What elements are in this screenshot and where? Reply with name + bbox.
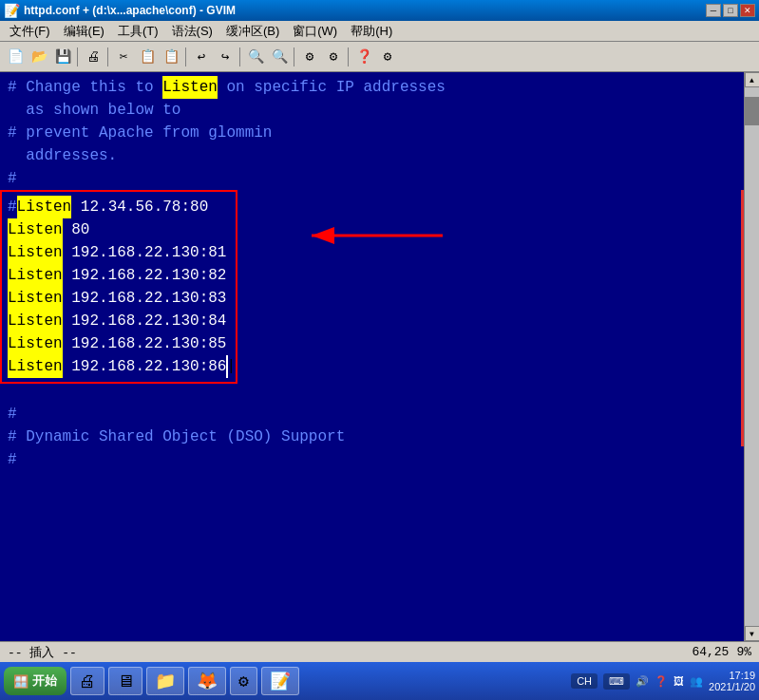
separator-3 <box>185 47 187 66</box>
taskbar-tray: CH ⌨ 🔊 ❓ 🖼 👥 17:19 2021/1/20 <box>571 670 755 692</box>
editor-mode: -- 插入 -- <box>8 644 684 661</box>
windows-icon: 🪟 <box>13 674 28 689</box>
menu-file[interactable]: 文件(F) <box>4 21 56 42</box>
app-icon: 📝 <box>4 3 20 18</box>
terminal-icon: 🖥 <box>117 672 134 691</box>
menu-window[interactable]: 窗口(W) <box>287 21 343 42</box>
keyboard-icon: ⌨ <box>603 673 630 690</box>
menu-help[interactable]: 帮助(H) <box>345 21 398 42</box>
code-line-hash-2: # <box>8 448 736 471</box>
language-indicator[interactable]: CH <box>571 673 598 689</box>
cursor-position: 64,25 <box>692 645 729 659</box>
undo-button[interactable]: ↩ <box>190 46 213 68</box>
cut-button[interactable]: ✂ <box>112 46 135 68</box>
replace-button[interactable]: 🔍 <box>268 46 291 68</box>
clock-time: 17:19 <box>709 670 755 681</box>
tray-icon-2: ❓ <box>655 675 668 688</box>
find-button[interactable]: 🔍 <box>244 46 267 68</box>
code-line-3: # prevent Apache from glommin <box>8 122 736 144</box>
code-line-listen-83: Listen 192.168.22.130:83 <box>8 287 228 310</box>
menu-edit[interactable]: 编辑(E) <box>58 21 110 42</box>
code-line-5: # <box>8 167 736 190</box>
redo-button[interactable]: ↪ <box>214 46 237 68</box>
minimize-button[interactable]: ─ <box>706 4 721 17</box>
scroll-thumb[interactable] <box>745 97 759 125</box>
code-line-listen-85: Listen 192.168.22.130:85 <box>8 332 228 355</box>
vertical-scrollbar[interactable]: ▲ ▼ <box>744 72 759 641</box>
folder-icon: 📁 <box>155 671 176 691</box>
listen-word: Listen <box>17 196 72 218</box>
menu-buffer[interactable]: 缓冲区(B) <box>220 21 285 42</box>
settings2-button[interactable]: ⚙ <box>322 46 345 68</box>
taskbar-item-firefox[interactable]: 🦊 <box>188 667 226 695</box>
annotation-box: 找到Listen，在下面追加 <box>741 190 744 446</box>
tray-icon-1: 🔊 <box>636 675 649 688</box>
separator-5 <box>294 47 295 66</box>
xampp-icon: ⚙ <box>238 671 249 691</box>
save-button[interactable]: 💾 <box>51 46 74 68</box>
menu-syntax[interactable]: 语法(S) <box>166 21 218 42</box>
code-content[interactable]: # Change this to Listen on specific IP a… <box>0 72 744 475</box>
window-title: httpd.conf + (d:\x...apache\conf) - GVIM <box>24 4 236 17</box>
code-line-4: addresses. <box>8 144 736 167</box>
code-line-commented-listen: #Listen 12.34.56.78:80 <box>8 196 228 218</box>
code-line-listen-84: Listen 192.168.22.130:84 <box>8 310 228 332</box>
close-button[interactable]: ✕ <box>740 4 755 17</box>
scroll-track[interactable] <box>745 87 759 626</box>
arrow-annotation <box>302 217 445 264</box>
listen-label: Listen <box>8 218 63 241</box>
start-button[interactable]: 🪟 开始 <box>4 667 66 695</box>
code-line-hash-1: # <box>8 403 736 426</box>
listen-highlight: Listen <box>162 76 218 99</box>
start-label: 开始 <box>32 672 57 690</box>
scroll-down-button[interactable]: ▼ <box>745 626 760 641</box>
separator-2 <box>107 47 109 66</box>
code-line-dso: # Dynamic Shared Object (DSO) Support <box>8 426 736 448</box>
taskbar: 🪟 开始 🖨 🖥 📁 🦊 ⚙ 📝 CH ⌨ 🔊 ❓ 🖼 👥 17:19 2021… <box>0 662 759 700</box>
code-line-listen-86: Listen 192.168.22.130:86| <box>8 355 228 378</box>
menu-bar: 文件(F) 编辑(E) 工具(T) 语法(S) 缓冲区(B) 窗口(W) 帮助(… <box>0 21 759 42</box>
taskbar-item-terminal[interactable]: 🖥 <box>108 667 142 695</box>
taskbar-item-explorer[interactable]: 📁 <box>146 667 184 695</box>
bottom-section: # # Dynamic Shared Object (DSO) Support … <box>8 403 736 471</box>
editor-area[interactable]: # Change this to Listen on specific IP a… <box>0 72 744 641</box>
settings-button[interactable]: ⚙ <box>298 46 321 68</box>
copy-button[interactable]: 📋 <box>136 46 159 68</box>
taskbar-item-printer[interactable]: 🖨 <box>70 667 104 695</box>
editor-container: # Change this to Listen on specific IP a… <box>0 72 759 641</box>
open-file-button[interactable]: 📂 <box>28 46 50 68</box>
taskbar-item-xampp[interactable]: ⚙ <box>230 667 257 695</box>
system-clock: 17:19 2021/1/20 <box>709 670 755 692</box>
gvim-icon: 📝 <box>270 671 291 691</box>
code-line-listen-82: Listen 192.168.22.130:82 <box>8 264 228 287</box>
listen-box: #Listen 12.34.56.78:80 Listen 80 Listen … <box>0 190 237 384</box>
new-file-button[interactable]: 📄 <box>4 46 27 68</box>
help-button[interactable]: ❓ <box>352 46 375 68</box>
paste-button[interactable]: 📋 <box>160 46 182 68</box>
tray-icon-4: 👥 <box>690 675 703 688</box>
code-line-listen-80: Listen 80 <box>8 218 228 241</box>
extra-button[interactable]: ⚙ <box>376 46 399 68</box>
scroll-up-button[interactable]: ▲ <box>745 72 760 87</box>
window-controls: ─ □ ✕ <box>706 4 755 17</box>
title-bar: 📝 httpd.conf + (d:\x...apache\conf) - GV… <box>0 0 759 21</box>
separator-6 <box>348 47 350 66</box>
scroll-percent: 9% <box>736 645 751 659</box>
separator-4 <box>239 47 241 66</box>
code-line-1: # Change this to Listen on specific IP a… <box>8 76 736 99</box>
separator-1 <box>77 47 79 66</box>
maximize-button[interactable]: □ <box>723 4 738 17</box>
toolbar: 📄 📂 💾 🖨 ✂ 📋 📋 ↩ ↪ 🔍 🔍 ⚙ ⚙ ❓ ⚙ <box>0 42 759 72</box>
firefox-icon: 🦊 <box>197 671 218 691</box>
menu-tools[interactable]: 工具(T) <box>112 21 164 42</box>
tray-icon-3: 🖼 <box>674 675 684 688</box>
print-button[interactable]: 🖨 <box>82 46 104 68</box>
listen-section: #Listen 12.34.56.78:80 Listen 80 Listen … <box>8 190 736 384</box>
printer-icon: 🖨 <box>79 672 96 691</box>
code-line-2: as shown below to <box>8 99 736 122</box>
taskbar-item-gvim[interactable]: 📝 <box>261 667 299 695</box>
code-line-listen-81: Listen 192.168.22.130:81 <box>8 241 228 264</box>
clock-date: 2021/1/20 <box>709 681 755 692</box>
status-bar: -- 插入 -- 64,25 9% <box>0 641 759 662</box>
